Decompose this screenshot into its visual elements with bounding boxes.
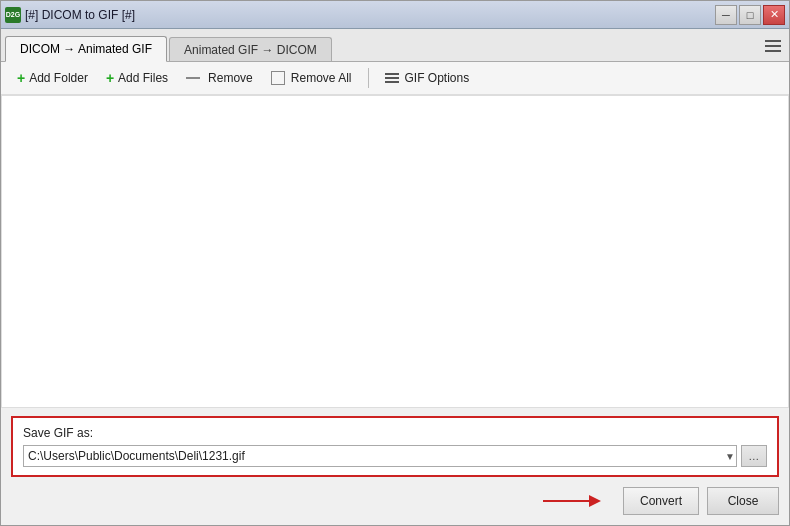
close-button[interactable]: Close [707,487,779,515]
tab-menu-button[interactable] [759,33,787,59]
title-bar-left: D2G [#] DICOM to GIF [#] [5,7,135,23]
title-bar: D2G [#] DICOM to GIF [#] ─ □ ✕ [1,1,789,29]
toolbar-separator [368,68,369,88]
maximize-button[interactable]: □ [739,5,761,25]
main-window: D2G [#] DICOM to GIF [#] ─ □ ✕ DICOM → A… [0,0,790,526]
remove-all-button[interactable]: Remove All [265,68,358,88]
file-list-area [1,95,789,408]
remove-all-icon [271,71,285,85]
remove-icon [186,77,200,79]
arrow-hint [11,491,615,511]
add-folder-icon: + [17,71,25,85]
convert-arrow-icon [543,491,603,511]
app-icon: D2G [5,7,21,23]
save-label: Save GIF as: [23,426,767,440]
tab-gif-to-dicom[interactable]: Animated GIF → DICOM [169,37,332,61]
add-files-button[interactable]: + Add Files [100,68,174,88]
window-controls: ─ □ ✕ [715,5,785,25]
convert-button[interactable]: Convert [623,487,699,515]
close-window-button[interactable]: ✕ [763,5,785,25]
tab-dicom-to-gif[interactable]: DICOM → Animated GIF [5,36,167,62]
bottom-section: Save GIF as: ▼ ... [1,408,789,525]
save-as-area: Save GIF as: ▼ ... [11,416,779,477]
action-buttons-row: Convert Close [11,485,779,517]
window-title: [#] DICOM to GIF [#] [25,8,135,22]
toolbar: + Add Folder + Add Files Remove Remove A… [1,62,789,95]
tab-bar: DICOM → Animated GIF Animated GIF → DICO… [1,29,789,62]
gif-options-button[interactable]: GIF Options [379,68,476,88]
hamburger-icon [765,40,781,52]
tabs-container: DICOM → Animated GIF Animated GIF → DICO… [5,36,332,61]
browse-button[interactable]: ... [741,445,767,467]
save-input-row: ▼ ... [23,445,767,467]
add-files-icon: + [106,71,114,85]
remove-button[interactable]: Remove [180,68,259,88]
path-select-wrapper: ▼ [23,445,737,467]
minimize-button[interactable]: ─ [715,5,737,25]
gif-options-icon [385,71,399,85]
save-path-input[interactable] [23,445,737,467]
add-folder-button[interactable]: + Add Folder [11,68,94,88]
